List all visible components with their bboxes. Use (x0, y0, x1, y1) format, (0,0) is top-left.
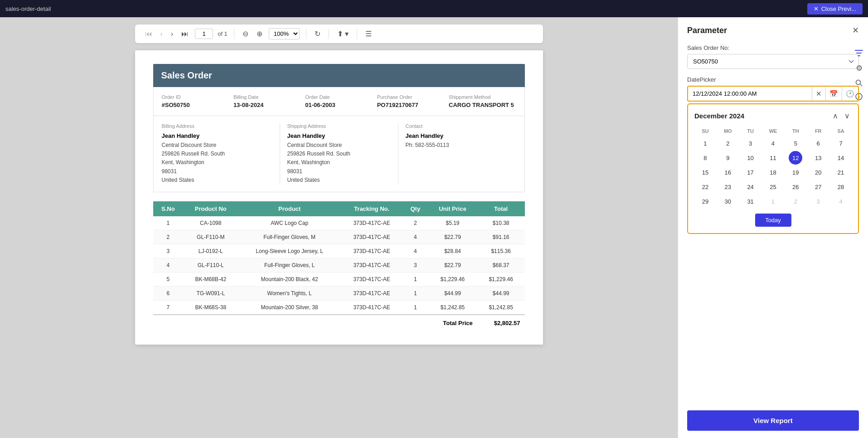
calendar-day[interactable]: 2 (789, 195, 802, 208)
calendar-day[interactable]: 21 (834, 165, 848, 179)
table-cell: 373D-417C-AE (341, 216, 402, 230)
svg-line-1 (860, 84, 862, 86)
refresh-button[interactable]: ↻ (313, 29, 322, 39)
calendar-day[interactable]: 24 (744, 180, 757, 194)
calendar-dow: WE (762, 127, 784, 136)
last-page-button[interactable]: ⏭ (179, 29, 190, 39)
sales-order-select[interactable]: SO50750 (687, 54, 859, 69)
calendar-day[interactable]: 25 (766, 180, 780, 194)
calendar-day[interactable]: 12 (789, 151, 802, 165)
table-cell: $1,229.46 (428, 272, 477, 286)
close-preview-button[interactable]: ✕ Close Previ... (807, 3, 863, 15)
table-cell: 3 (402, 258, 428, 272)
calendar-day[interactable]: 1 (766, 195, 780, 208)
calendar-day[interactable]: 10 (744, 151, 757, 165)
calendar-day[interactable]: 26 (789, 180, 802, 194)
calendar-next-button[interactable]: ∨ (843, 111, 852, 121)
page-input[interactable]: 1 (195, 29, 213, 39)
calendar-day[interactable]: 20 (811, 165, 825, 179)
table-cell: 373D-417C-AE (341, 300, 402, 315)
datepicker-clock-button[interactable]: 🕐 (842, 87, 858, 101)
table-row: 2GL-F110-MFull-Finger Gloves, M373D-417C… (153, 230, 525, 244)
calendar-day[interactable]: 4 (766, 136, 780, 150)
calendar-day[interactable]: 16 (721, 165, 735, 179)
calendar-day[interactable]: 2 (721, 136, 735, 150)
table-cell: 373D-417C-AE (341, 258, 402, 272)
table-cell: 373D-417C-AE (341, 286, 402, 300)
view-button[interactable]: ☰ (364, 29, 373, 39)
calendar-day[interactable]: 3 (811, 195, 825, 208)
table-cell: $44.99 (428, 286, 477, 300)
param-panel: Parameter ✕ Sales Order No: SO50750 Date… (678, 17, 868, 410)
filter-icon-button[interactable] (853, 49, 864, 57)
table-cell: $5.19 (428, 216, 477, 230)
calendar-prev-button[interactable]: ∧ (831, 111, 840, 121)
table-cell: GL-F110-M (183, 230, 238, 244)
table-row: 6TG-W091-LWomen's Tights, L373D-417C-AE1… (153, 286, 525, 300)
calendar-dow: TH (785, 127, 806, 136)
calendar-popup: December 2024 ∧ ∨ SUMOTUWETHFRSA12345678… (687, 103, 859, 234)
col-product: Product (238, 201, 341, 216)
calendar-day[interactable]: 7 (834, 136, 848, 150)
calendar-day[interactable]: 9 (721, 151, 735, 165)
calendar-day[interactable]: 17 (744, 165, 757, 179)
billing-date-meta: Billing Date 13-08-2024 (233, 94, 301, 108)
calendar-day[interactable]: 8 (698, 151, 712, 165)
table-cell: 1 (153, 216, 184, 230)
param-title: Parameter (687, 26, 727, 35)
table-cell: $91.16 (477, 230, 525, 244)
table-cell: 1 (402, 286, 428, 300)
calendar-day[interactable]: 27 (811, 180, 825, 194)
shipping-address: Shipping Address Jean Handley Central Di… (280, 123, 398, 185)
products-table: S.No Product No Product Tracking No. Qty… (153, 201, 525, 331)
calendar-day[interactable]: 28 (834, 180, 848, 194)
calendar-day[interactable]: 13 (811, 151, 825, 165)
calendar-day[interactable]: 18 (766, 165, 780, 179)
separator4 (357, 29, 357, 39)
table-cell: $68.37 (477, 258, 525, 272)
zoom-select[interactable]: 100% 50% 75% 125% 150% 200% (269, 28, 300, 39)
zoom-out-button[interactable]: ⊖ (241, 29, 250, 39)
next-page-button[interactable]: › (169, 29, 175, 39)
close-icon: ✕ (814, 5, 819, 12)
table-cell: 1 (402, 272, 428, 286)
param-close-button[interactable]: ✕ (852, 25, 859, 35)
export-button[interactable]: ⬆ ▾ (335, 29, 350, 39)
table-cell: 373D-417C-AE (341, 272, 402, 286)
table-cell: TG-W091-L (183, 286, 238, 300)
calendar-day[interactable]: 22 (698, 180, 712, 194)
prev-page-button[interactable]: ‹ (159, 29, 165, 39)
zoom-in-button[interactable]: ⊕ (255, 29, 264, 39)
calendar-day[interactable]: 31 (744, 195, 757, 208)
calendar-day[interactable]: 1 (698, 136, 712, 150)
calendar-day[interactable]: 30 (721, 195, 735, 208)
calendar-day[interactable]: 6 (811, 136, 825, 150)
settings-icon-button[interactable]: ⚙ (853, 63, 864, 73)
calendar-day[interactable]: 11 (766, 151, 780, 165)
calendar-day[interactable]: 4 (834, 195, 848, 208)
calendar-month-label: December 2024 (694, 112, 744, 120)
datepicker-calendar-button[interactable]: 📅 (825, 87, 842, 101)
calendar-day[interactable]: 29 (698, 195, 712, 208)
calendar-day[interactable]: 14 (834, 151, 848, 165)
calendar-day[interactable]: 19 (789, 165, 802, 179)
calendar-today-button[interactable]: Today (755, 214, 791, 227)
table-cell: 1 (402, 300, 428, 315)
calendar-day[interactable]: 5 (789, 136, 802, 150)
datepicker-clear-button[interactable]: ✕ (812, 87, 825, 101)
svg-point-0 (856, 80, 861, 85)
table-row: 3LJ-0192-LLong-Sleeve Logo Jersey, L373D… (153, 244, 525, 258)
calendar-dow: MO (717, 127, 739, 136)
table-cell: $1,242.85 (428, 300, 477, 315)
calendar-dow: SA (830, 127, 852, 136)
calendar-day[interactable]: 3 (744, 136, 757, 150)
first-page-button[interactable]: ⏮ (143, 29, 154, 39)
calendar-day[interactable]: 23 (721, 180, 735, 194)
table-cell: BK-M68B-42 (183, 272, 238, 286)
table-cell: $22.79 (428, 230, 477, 244)
table-row: 1CA-1098AWC Logo Cap373D-417C-AE2$5.19$1… (153, 216, 525, 230)
datepicker-input[interactable]: 12/12/2024 12:00:00 AM (688, 87, 812, 101)
calendar-day[interactable]: 15 (698, 165, 712, 179)
sales-order-label: Sales Order No: (687, 44, 859, 51)
view-report-button[interactable]: View Report (687, 410, 859, 431)
